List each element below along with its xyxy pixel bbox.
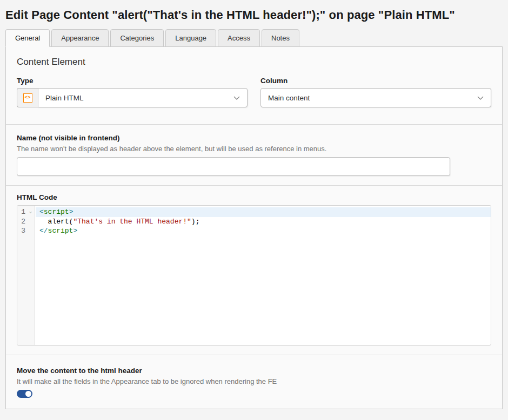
code-text: alert("That's in the HTML header!"); (36, 217, 491, 227)
html-code-label: HTML Code (17, 193, 491, 201)
line-number: 1 (17, 207, 25, 217)
edit-content-form: Edit Page Content "alert("That's in the … (0, 8, 508, 409)
tab-panel-general: Content Element Type <> Plain HTML (5, 46, 503, 409)
code-line-3[interactable]: 3</script> (17, 226, 491, 236)
column-select[interactable]: Main content (260, 88, 491, 107)
type-select-value: Plain HTML (45, 94, 84, 102)
column-label: Column (260, 77, 491, 85)
form-tab-bar: GeneralAppearanceCategoriesLanguageAcces… (5, 29, 503, 46)
column-select-value: Main content (268, 94, 310, 102)
move-to-header-help: It will make all the fields in the Appea… (17, 377, 491, 385)
section-name: Name (not visible in frontend) The name … (6, 124, 502, 185)
code-editor[interactable]: 1⌄<script>2 alert("That's in the HTML he… (17, 205, 491, 346)
code-line-2[interactable]: 2 alert("That's in the HTML header!"); (17, 217, 491, 227)
tab-language[interactable]: Language (165, 29, 216, 47)
tab-access[interactable]: Access (218, 29, 260, 47)
code-line-1[interactable]: 1⌄<script> (17, 207, 491, 217)
code-text: <script> (36, 207, 491, 217)
chevron-down-icon (477, 96, 484, 100)
name-input[interactable] (17, 157, 450, 176)
name-help-text: The name won't be displayed as header ab… (17, 145, 491, 153)
type-field: Type <> Plain HTML (17, 77, 248, 107)
move-to-header-label: Move the content to the html header (17, 367, 491, 375)
type-icon-addon: <> (17, 88, 38, 107)
tab-notes[interactable]: Notes (262, 29, 299, 47)
section-header-toggle: Move the content to the html header It w… (6, 355, 502, 410)
editor-lines: 1⌄<script>2 alert("That's in the HTML he… (17, 206, 491, 236)
fold-spacer (25, 226, 36, 236)
fold-spacer (25, 217, 36, 227)
line-number: 2 (17, 217, 25, 227)
tab-general[interactable]: General (5, 29, 50, 47)
page-title: Edit Page Content "alert("That's in the … (5, 8, 503, 22)
name-label: Name (not visible in frontend) (17, 134, 491, 142)
chevron-down-icon (233, 96, 240, 100)
type-label: Type (17, 77, 248, 85)
toggle-knob-icon (25, 391, 31, 397)
tab-appearance[interactable]: Appearance (51, 29, 109, 47)
section-content-element: Content Element Type <> Plain HTML (6, 47, 502, 124)
line-number: 3 (17, 226, 25, 236)
column-field: Column Main content (260, 77, 491, 107)
header-toggle[interactable] (17, 390, 32, 398)
code-text: </script> (36, 226, 491, 236)
html-content-icon: <> (23, 93, 32, 103)
section-html-code: HTML Code 1⌄<script>2 alert("That's in t… (6, 185, 502, 355)
tab-categories[interactable]: Categories (110, 29, 164, 47)
fold-chevron-icon[interactable]: ⌄ (25, 207, 36, 217)
content-element-heading: Content Element (17, 57, 491, 67)
type-select[interactable]: Plain HTML (38, 88, 248, 107)
